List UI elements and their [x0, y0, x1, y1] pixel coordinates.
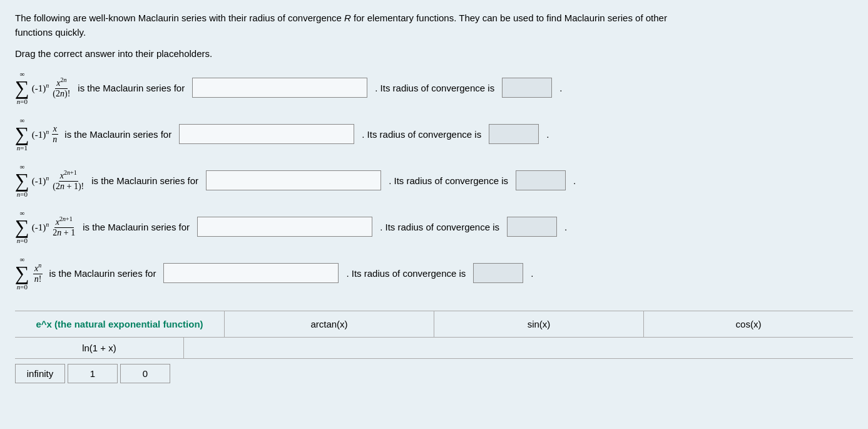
drop-exp-function[interactable]	[163, 263, 339, 283]
drop-sin-convergence[interactable]	[516, 170, 566, 190]
summation-sin: ∞ ∑ n=0	[15, 163, 29, 198]
series-row-ln: ∞ ∑ n=1 (-1)n x n is the Maclaurin serie…	[15, 116, 853, 152]
series-row-arctan: ∞ ∑ n=0 (-1)n x2n+1 2n + 1 is the Maclau…	[15, 209, 853, 244]
series-label-exp: is the Maclaurin series for	[49, 268, 156, 279]
tile-arctan[interactable]: arctan(x)	[225, 311, 434, 337]
series-label-arctan: is the Maclaurin series for	[83, 222, 190, 232]
formula-exp: ∞ ∑ n=0 xn n!	[15, 256, 44, 291]
summation-cos: ∞ ∑ n=0	[15, 70, 29, 105]
tile-0[interactable]: 0	[120, 364, 170, 383]
drop-arctan-function[interactable]	[197, 217, 372, 237]
tile-exp[interactable]: e^x (the natural exponential function)	[15, 311, 225, 337]
series-row-sin: ∞ ∑ n=0 (-1)n x2n+1 (2n + 1)! is the Mac…	[15, 163, 853, 198]
tile-cos[interactable]: cos(x)	[644, 311, 853, 337]
series-row-exp: ∞ ∑ n=0 xn n! is the Maclaurin series fo…	[15, 256, 853, 291]
series-label-ln: is the Maclaurin series for	[64, 129, 171, 140]
tile-1[interactable]: 1	[68, 364, 118, 383]
drop-exp-convergence[interactable]	[473, 263, 523, 283]
answer-row-2: ln(1 + x)	[15, 338, 853, 359]
drop-ln-convergence[interactable]	[489, 124, 539, 144]
summation-exp: ∞ ∑ n=0	[15, 256, 29, 291]
intro-line1: The following are well-known Maclaurin s…	[15, 11, 703, 39]
drag-instruction: Drag the correct answer into their place…	[15, 48, 853, 59]
answer-row-3: infinity 1 0	[15, 359, 853, 388]
summation-arctan: ∞ ∑ n=0	[15, 209, 29, 244]
formula-ln: ∞ ∑ n=1 (-1)n x n	[15, 116, 59, 152]
answer-row-1: e^x (the natural exponential function) a…	[15, 311, 853, 338]
drop-arctan-convergence[interactable]	[507, 217, 557, 237]
drop-sin-function[interactable]	[206, 170, 381, 190]
tile-infinity[interactable]: infinity	[15, 364, 65, 383]
tile-sin[interactable]: sin(x)	[434, 311, 644, 337]
drop-ln-function[interactable]	[179, 124, 354, 144]
formula-cos: ∞ ∑ n=0 (-1)n x2n (2n)!	[15, 70, 73, 105]
formula-arctan: ∞ ∑ n=0 (-1)n x2n+1 2n + 1	[15, 209, 78, 244]
answer-bank: e^x (the natural exponential function) a…	[15, 311, 853, 388]
series-label-cos: is the Maclaurin series for	[78, 83, 185, 93]
tile-ln[interactable]: ln(1 + x)	[15, 338, 184, 358]
formula-sin: ∞ ∑ n=0 (-1)n x2n+1 (2n + 1)!	[15, 163, 86, 198]
drop-cos-convergence[interactable]	[502, 78, 552, 98]
drop-cos-function[interactable]	[192, 78, 367, 98]
summation-ln: ∞ ∑ n=1	[15, 116, 29, 152]
series-row-cos: ∞ ∑ n=0 (-1)n x2n (2n)! is the Maclaurin…	[15, 70, 853, 105]
series-label-sin: is the Maclaurin series for	[91, 175, 198, 186]
